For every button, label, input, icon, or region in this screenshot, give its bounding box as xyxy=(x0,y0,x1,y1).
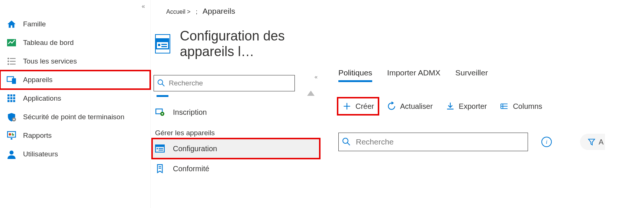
sidebar-item-famille[interactable]: Famille xyxy=(0,15,150,33)
svg-point-21 xyxy=(9,133,11,136)
svg-rect-29 xyxy=(161,44,167,45)
svg-rect-14 xyxy=(13,97,15,99)
sidebar-item-label: Utilisateurs xyxy=(23,150,58,158)
svg-point-47 xyxy=(343,138,348,143)
plus-icon xyxy=(342,101,352,111)
columns-button[interactable]: Columns xyxy=(496,98,546,114)
sidebar-item-rapports[interactable]: Rapports xyxy=(0,126,150,145)
svg-rect-17 xyxy=(13,100,15,102)
dashboard-icon xyxy=(7,38,16,48)
sidebar-item-label: Appareils xyxy=(23,76,52,84)
sidebar-item-label: Tableau de bord xyxy=(23,39,74,47)
sidebar-collapse-chevron-icon[interactable]: « xyxy=(142,3,145,10)
sidebar-item-label: Applications xyxy=(23,94,61,103)
svg-rect-15 xyxy=(7,100,9,102)
svg-rect-11 xyxy=(13,94,15,96)
create-label: Créer xyxy=(355,102,374,111)
svg-rect-20 xyxy=(7,131,16,137)
funnel-icon xyxy=(587,138,596,146)
svg-rect-9 xyxy=(7,94,9,96)
tab-politiques[interactable]: Politiques xyxy=(338,68,372,82)
export-button[interactable]: Exporter xyxy=(442,98,491,114)
svg-point-5 xyxy=(7,63,9,65)
shield-icon xyxy=(7,112,16,122)
svg-rect-23 xyxy=(13,134,14,136)
svg-point-3 xyxy=(7,61,9,62)
breadcrumb-current[interactable]: Appareils xyxy=(203,7,235,16)
refresh-icon xyxy=(387,101,396,111)
sidebar-item-services[interactable]: Tous les services xyxy=(0,52,150,71)
svg-point-19 xyxy=(13,118,15,120)
svg-rect-30 xyxy=(161,46,167,47)
sidebar-item-appareils[interactable]: Appareils xyxy=(0,71,150,89)
tab-importer-admx[interactable]: Importer ADMX xyxy=(387,68,441,82)
blade-item-label: Inscription xyxy=(173,108,207,117)
columns-icon xyxy=(499,101,509,111)
columns-label: Columns xyxy=(513,102,542,111)
download-icon xyxy=(445,101,455,111)
content-search-row: i A xyxy=(338,133,644,151)
sidebar-item-label: Famille xyxy=(23,20,46,28)
svg-rect-24 xyxy=(11,138,12,140)
info-icon[interactable]: i xyxy=(541,137,552,147)
create-button[interactable]: Créer xyxy=(338,98,378,114)
page-header: Configuration des appareils l… xyxy=(152,28,320,59)
svg-rect-2 xyxy=(10,58,16,59)
sidebar-item-users[interactable]: Utilisateurs xyxy=(0,145,150,163)
scroll-up-icon[interactable] xyxy=(307,91,315,96)
blade-item-configuration[interactable]: Configuration xyxy=(152,139,320,159)
refresh-button[interactable]: Actualiser xyxy=(383,98,437,114)
tab-surveiller[interactable]: Surveiller xyxy=(455,68,488,82)
home-icon xyxy=(7,19,16,29)
apps-grid-icon xyxy=(7,94,16,103)
section-heading: Gérer les appareils xyxy=(152,122,320,139)
sidebar-item-label: Sécurité de point de terminaison xyxy=(23,113,125,121)
breadcrumb-home[interactable]: Accueil > xyxy=(166,9,190,15)
svg-point-31 xyxy=(158,79,163,84)
search-icon xyxy=(157,79,165,88)
sidebar-item-dashboard[interactable]: Tableau de bord xyxy=(0,33,150,52)
svg-rect-38 xyxy=(159,148,163,149)
blade-item-inscription[interactable]: Inscription xyxy=(152,102,320,122)
search-icon xyxy=(342,137,351,147)
enrollment-icon xyxy=(155,107,165,117)
svg-rect-4 xyxy=(10,61,16,62)
active-indicator-bar xyxy=(157,95,168,97)
refresh-label: Actualiser xyxy=(400,102,433,111)
blade-item-label: Conformité xyxy=(173,165,209,173)
export-label: Exporter xyxy=(459,102,487,111)
sidebar-item-security[interactable]: Sécurité de point de terminaison xyxy=(0,108,150,126)
svg-rect-8 xyxy=(12,78,16,84)
list-icon xyxy=(7,56,16,66)
svg-rect-12 xyxy=(7,97,9,99)
blade-search-input[interactable] xyxy=(169,79,292,87)
svg-rect-36 xyxy=(155,145,164,147)
tab-bar: Politiques Importer ADMX Surveiller xyxy=(338,68,644,82)
breadcrumb: Accueil > ; Appareils xyxy=(152,7,320,16)
svg-rect-13 xyxy=(10,97,12,99)
svg-line-32 xyxy=(162,84,164,86)
user-icon xyxy=(7,149,16,159)
sidebar-item-label: Tous les services xyxy=(23,57,77,65)
page-profile-icon xyxy=(155,34,170,53)
content-search-input[interactable] xyxy=(356,137,525,146)
content-pane: Politiques Importer ADMX Surveiller Crée… xyxy=(320,0,644,208)
svg-rect-37 xyxy=(157,148,158,149)
content-search[interactable] xyxy=(338,133,528,151)
blade-search[interactable] xyxy=(154,75,295,91)
blade-item-conformite[interactable]: Conformité xyxy=(152,159,320,179)
configuration-icon xyxy=(155,144,165,153)
svg-point-25 xyxy=(10,150,14,155)
svg-rect-28 xyxy=(158,44,160,46)
svg-rect-39 xyxy=(159,150,163,150)
svg-rect-22 xyxy=(12,133,13,136)
primary-sidebar: « Famille Tableau de bord Tous les servi… xyxy=(0,0,151,208)
blade-collapse-chevron-icon[interactable]: « xyxy=(315,74,318,80)
sidebar-item-label: Rapports xyxy=(23,131,52,140)
filter-button[interactable]: A xyxy=(580,134,605,150)
devices-icon xyxy=(7,75,16,85)
page-title: Configuration des appareils l… xyxy=(180,28,320,59)
sidebar-item-applications[interactable]: Applications xyxy=(0,89,150,108)
command-bar: Créer Actualiser Exporter Columns xyxy=(338,98,644,114)
svg-rect-16 xyxy=(10,100,12,102)
